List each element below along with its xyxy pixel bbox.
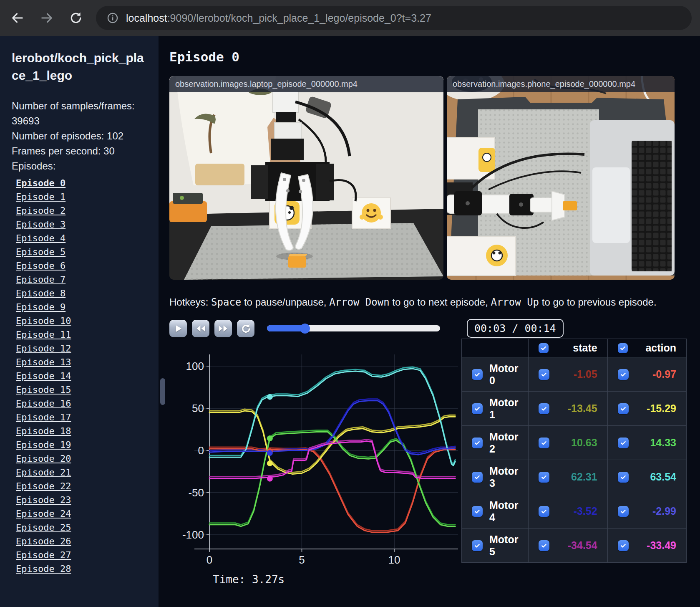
series-state-motor-1 (209, 409, 455, 473)
rewind-button[interactable] (192, 320, 209, 337)
video-player-phone[interactable]: observation.images.phone_episode_000000.… (447, 76, 675, 280)
line-chart: 100500-50-1000510 (169, 348, 461, 565)
episode-list-item: Episode 2 (12, 204, 148, 218)
episode-link-episode-13[interactable]: Episode 13 (16, 357, 71, 367)
dataset-title: lerobot/koch_pick_place_1_lego (12, 49, 148, 84)
episode-list-item: Episode 9 (12, 300, 148, 314)
checkbox[interactable] (539, 403, 549, 414)
episode-link-episode-18[interactable]: Episode 18 (16, 426, 71, 436)
checkbox[interactable] (539, 472, 549, 483)
episode-link-episode-10[interactable]: Episode 10 (16, 316, 71, 326)
episodes-label: Episodes: (12, 159, 148, 174)
episode-link-episode-15[interactable]: Episode 15 (16, 384, 71, 395)
episode-link-episode-1[interactable]: Episode 1 (16, 192, 65, 202)
episode-link-episode-28[interactable]: Episode 28 (16, 564, 71, 574)
back-button[interactable] (8, 9, 27, 27)
action-value: -15.29 (647, 402, 676, 415)
table-row: Motor 5-34.54-33.49 (462, 529, 687, 563)
checkbox[interactable] (539, 540, 549, 551)
checkbox[interactable] (472, 506, 483, 517)
checkbox[interactable] (539, 343, 549, 353)
checkbox[interactable] (618, 403, 629, 414)
episode-link-episode-6[interactable]: Episode 6 (16, 261, 65, 271)
checkbox[interactable] (539, 438, 549, 448)
reload-button[interactable] (67, 9, 85, 27)
action-value: -2.99 (652, 505, 676, 517)
episode-list-item: Episode 14 (12, 369, 148, 383)
episode-list: Episode 0Episode 1Episode 2Episode 3Epis… (12, 176, 148, 576)
forward-button[interactable] (38, 9, 56, 27)
episode-link-episode-4[interactable]: Episode 4 (16, 233, 65, 243)
episode-link-episode-9[interactable]: Episode 9 (16, 302, 65, 312)
hotkey-text: to go to previous episode. (539, 296, 657, 308)
stat-samples: Number of samples/frames: 39693 (12, 99, 148, 129)
episode-link-episode-17[interactable]: Episode 17 (16, 412, 71, 422)
episode-link-episode-27[interactable]: Episode 27 (16, 550, 71, 560)
episode-link-episode-8[interactable]: Episode 8 (16, 288, 65, 298)
loop-button[interactable] (237, 320, 254, 337)
checkbox[interactable] (472, 438, 483, 448)
episode-list-item: Episode 13 (12, 355, 148, 369)
episode-link-episode-12[interactable]: Episode 12 (16, 343, 71, 354)
checkbox[interactable] (539, 506, 549, 517)
episode-link-episode-25[interactable]: Episode 25 (16, 522, 71, 533)
episode-link-episode-20[interactable]: Episode 20 (16, 453, 71, 464)
check-icon (620, 508, 627, 515)
checkbox[interactable] (472, 403, 483, 414)
episode-list-item: Episode 22 (12, 479, 148, 493)
laptop-camera-frame (169, 76, 443, 280)
episode-list-item: Episode 0 (12, 176, 148, 190)
episode-link-episode-19[interactable]: Episode 19 (16, 440, 71, 450)
series-state-motor-0 (209, 447, 455, 531)
checkbox[interactable] (618, 506, 629, 517)
motor-table: stateactionMotor 0-1.05-0.97Motor 1-13.4… (461, 339, 687, 563)
checkbox[interactable] (618, 369, 629, 380)
episode-link-episode-22[interactable]: Episode 22 (16, 481, 71, 491)
check-icon (620, 440, 627, 446)
cursor-dot-motor-3 (267, 394, 273, 400)
svg-text:-100: -100 (182, 529, 204, 541)
episode-link-episode-7[interactable]: Episode 7 (16, 274, 65, 285)
episode-link-episode-11[interactable]: Episode 11 (16, 329, 71, 340)
episode-link-episode-26[interactable]: Episode 26 (16, 536, 71, 546)
episode-link-episode-0[interactable]: Episode 0 (16, 178, 65, 188)
checkbox[interactable] (472, 540, 483, 551)
table-row: Motor 362.3163.54 (462, 460, 687, 494)
checkbox[interactable] (472, 472, 483, 483)
episode-link-episode-23[interactable]: Episode 23 (16, 495, 71, 505)
svg-text:50: 50 (192, 402, 204, 415)
hotkey-key: Arrow Up (491, 296, 539, 308)
episode-link-episode-16[interactable]: Episode 16 (16, 398, 71, 409)
table-row: Motor 1-13.45-15.29 (462, 392, 687, 426)
seek-slider-thumb[interactable] (300, 324, 310, 334)
checkbox[interactable] (539, 369, 549, 380)
episode-list-item: Episode 25 (12, 521, 148, 534)
episode-link-episode-24[interactable]: Episode 24 (16, 508, 71, 519)
checkbox[interactable] (472, 369, 483, 380)
episode-link-episode-14[interactable]: Episode 14 (16, 371, 71, 381)
episode-link-episode-2[interactable]: Episode 2 (16, 205, 65, 216)
hotkey-text: to pause/unpause, (241, 296, 329, 308)
play-button[interactable] (169, 320, 187, 337)
main-content: Episode 0 (159, 36, 700, 607)
checkbox[interactable] (618, 438, 629, 448)
checkbox[interactable] (618, 540, 629, 551)
loop-icon (240, 323, 252, 334)
episode-link-episode-5[interactable]: Episode 5 (16, 247, 65, 257)
episode-link-episode-21[interactable]: Episode 21 (16, 467, 71, 478)
checkbox[interactable] (618, 472, 629, 483)
episode-list-item: Episode 17 (12, 410, 148, 424)
checkbox[interactable] (618, 343, 628, 353)
cursor-dot-motor-1 (267, 460, 273, 466)
seek-slider-fill (267, 325, 305, 331)
fast-forward-button[interactable] (214, 320, 232, 337)
episode-list-item: Episode 28 (12, 562, 148, 576)
seek-slider[interactable] (267, 325, 440, 331)
back-arrow-icon (10, 11, 25, 25)
address-bar[interactable]: localhost:9090/lerobot/koch_pick_place_1… (96, 6, 692, 30)
info-icon[interactable] (107, 12, 118, 24)
video-player-laptop[interactable]: observation.images.laptop_episode_000000… (169, 76, 443, 280)
episode-link-episode-3[interactable]: Episode 3 (16, 219, 65, 230)
episode-list-item: Episode 5 (12, 245, 148, 259)
check-icon (620, 542, 627, 549)
